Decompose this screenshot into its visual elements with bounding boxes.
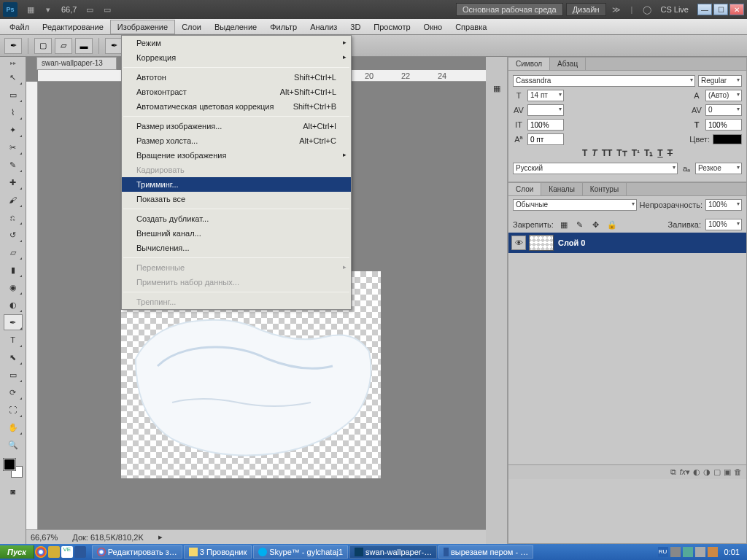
- visibility-eye-icon[interactable]: 👁: [511, 236, 526, 250]
- screen-mode-icon[interactable]: ▭: [101, 3, 114, 16]
- cslive-icon[interactable]: ◯: [640, 3, 654, 16]
- menu-analysis[interactable]: Анализ: [303, 20, 344, 34]
- task-word[interactable]: вырезаем пером - …: [438, 545, 533, 559]
- text-color-swatch[interactable]: [713, 134, 742, 144]
- allcaps-button[interactable]: TT: [602, 148, 613, 158]
- layer-thumbnail[interactable]: [529, 235, 554, 251]
- task-skype[interactable]: Skype™ - gylchataj1: [253, 545, 348, 559]
- tab-paragraph[interactable]: Абзац: [550, 58, 586, 70]
- tracking-select[interactable]: 0: [705, 104, 742, 116]
- quickmask-button[interactable]: ◙: [4, 483, 23, 499]
- menu-view[interactable]: Просмотр: [367, 20, 417, 34]
- zoom-display[interactable]: 66,7: [57, 4, 81, 15]
- color-swatches[interactable]: [4, 459, 23, 478]
- workspace-essentials-button[interactable]: Основная рабочая среда: [456, 3, 563, 16]
- ql-word-icon[interactable]: [74, 546, 86, 558]
- document-tab[interactable]: swan-wallpaper-13: [36, 57, 117, 70]
- menu-item-размеризображения[interactable]: Размер изображения...Alt+Ctrl+I: [122, 119, 351, 133]
- path-mode-fill-button[interactable]: ▬: [75, 38, 93, 54]
- stamp-tool[interactable]: ⎌: [4, 209, 23, 225]
- fill-input[interactable]: 100%: [705, 219, 742, 230]
- menu-item-вычисления[interactable]: Вычисления...: [122, 241, 351, 255]
- gradient-tool[interactable]: ▮: [4, 262, 23, 278]
- menu-item-автотон[interactable]: АвтотонShift+Ctrl+L: [122, 70, 351, 85]
- lock-pixels-icon[interactable]: ✎: [574, 219, 586, 230]
- history-brush-tool[interactable]: ↺: [4, 227, 23, 243]
- ql-app-icon[interactable]: [48, 546, 60, 558]
- start-button[interactable]: Пуск: [0, 545, 34, 559]
- menu-select[interactable]: Выделение: [208, 20, 263, 34]
- hand-tool[interactable]: ✋: [4, 419, 23, 435]
- wand-tool[interactable]: ✦: [4, 122, 23, 138]
- layer-mask-icon[interactable]: ◐: [693, 467, 700, 477]
- menu-filter[interactable]: Фильтр: [263, 20, 303, 34]
- status-zoom[interactable]: 66,67%: [31, 533, 58, 542]
- link-layers-icon[interactable]: ⧉: [670, 467, 676, 477]
- lock-all-icon[interactable]: 🔒: [606, 219, 618, 230]
- ql-agent-icon[interactable]: VE: [61, 546, 73, 558]
- menu-item-размерхолста[interactable]: Размер холста...Alt+Ctrl+C: [122, 133, 351, 148]
- healing-tool[interactable]: ✚: [4, 174, 23, 190]
- menu-item-показатьвсе[interactable]: Показать все: [122, 192, 351, 206]
- ql-chrome-icon[interactable]: [35, 546, 47, 558]
- layer-name[interactable]: Слой 0: [558, 238, 585, 247]
- tab-character[interactable]: Символ: [508, 58, 550, 70]
- menu-item-внешнийканал[interactable]: Внешний канал...: [122, 226, 351, 241]
- tab-channels[interactable]: Каналы: [541, 183, 583, 195]
- menu-item-коррекция[interactable]: Коррекция: [122, 50, 351, 65]
- task-photoshop[interactable]: swan-wallpaper-…: [349, 545, 437, 559]
- crop-tool[interactable]: ✂: [4, 139, 23, 155]
- close-button[interactable]: ✕: [729, 4, 744, 15]
- status-arrow-icon[interactable]: ▸: [158, 532, 163, 542]
- menu-item-создатьдубликат[interactable]: Создать дубликат...: [122, 211, 351, 226]
- strikethrough-button[interactable]: T: [667, 148, 673, 158]
- path-select-tool[interactable]: ⬉: [4, 349, 23, 365]
- mini-bridge-icon[interactable]: ▾: [42, 3, 55, 16]
- layer-row[interactable]: 👁 Слой 0: [508, 233, 746, 253]
- blur-tool[interactable]: ◉: [4, 279, 23, 295]
- workspace-design-button[interactable]: Дизайн: [566, 3, 606, 16]
- cslive-label[interactable]: CS Live: [656, 4, 693, 15]
- move-tool[interactable]: ↖: [4, 69, 23, 85]
- font-family-select[interactable]: Cassandra: [513, 75, 695, 87]
- lock-position-icon[interactable]: ✥: [590, 219, 602, 230]
- type-tool[interactable]: T: [4, 332, 23, 348]
- blend-mode-select[interactable]: Обычные: [513, 199, 637, 211]
- menu-3d[interactable]: 3D: [344, 20, 367, 34]
- tool-preset-button[interactable]: ✒: [4, 38, 22, 54]
- tray-icon-1[interactable]: [670, 547, 681, 557]
- lasso-tool[interactable]: ⌇: [4, 104, 23, 120]
- leading-select[interactable]: (Авто): [705, 90, 742, 101]
- bold-button[interactable]: T: [582, 148, 587, 158]
- baseline-input[interactable]: [527, 133, 564, 145]
- kerning-select[interactable]: [527, 104, 564, 116]
- history-panel-icon[interactable]: ▦: [487, 80, 506, 96]
- new-layer-icon[interactable]: ▣: [724, 467, 731, 477]
- pen-tool[interactable]: ✒: [4, 314, 23, 330]
- more-workspaces-icon[interactable]: ≫: [610, 3, 623, 16]
- superscript-button[interactable]: T¹: [632, 148, 640, 158]
- hscale-input[interactable]: [705, 119, 742, 131]
- layer-group-icon[interactable]: ▢: [713, 467, 721, 477]
- status-doc-size[interactable]: Док: 618,5K/810,2K: [72, 533, 143, 542]
- font-size-select[interactable]: 14 пт: [527, 90, 564, 101]
- underline-button[interactable]: T: [657, 148, 662, 158]
- antialias-select[interactable]: Резкое: [695, 163, 742, 174]
- menu-help[interactable]: Справка: [449, 20, 493, 34]
- tab-layers[interactable]: Слои: [508, 183, 541, 195]
- taskbar-clock[interactable]: 0:01: [720, 548, 744, 556]
- language-select[interactable]: Русский: [513, 163, 678, 174]
- foreground-swatch[interactable]: [4, 459, 15, 470]
- shape-tool[interactable]: ▭: [4, 367, 23, 383]
- path-mode-shape-button[interactable]: ▢: [34, 38, 52, 54]
- marquee-tool[interactable]: ▭: [4, 87, 23, 103]
- minimize-button[interactable]: —: [697, 4, 712, 15]
- menu-layers[interactable]: Слои: [175, 20, 208, 34]
- tray-icon-3[interactable]: [695, 547, 705, 557]
- tray-icon-4[interactable]: [708, 547, 718, 557]
- menu-item-вращениеизображения[interactable]: Вращение изображения: [122, 148, 351, 163]
- menu-file[interactable]: Файл: [3, 20, 36, 34]
- layer-fx-icon[interactable]: fx▾: [679, 467, 690, 477]
- delete-layer-icon[interactable]: 🗑: [734, 467, 742, 477]
- task-chrome[interactable]: Редактировать з…: [92, 545, 182, 559]
